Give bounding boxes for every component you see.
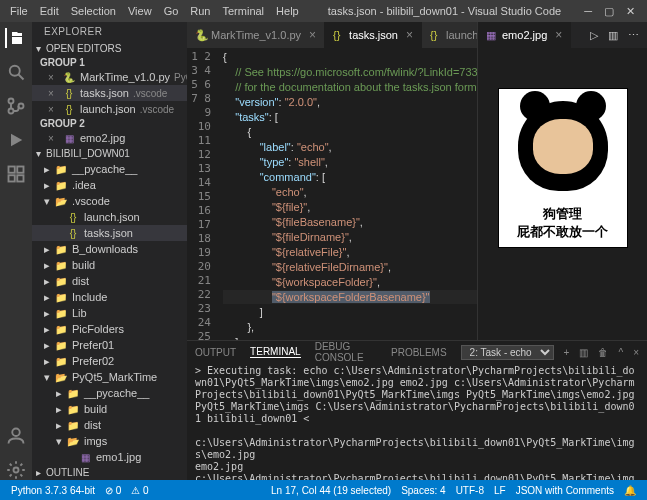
folder-item[interactable]: ▾📂.vscode <box>32 193 187 209</box>
status-bar: Python 3.7.3 64-bit⊘ 0⚠ 0 Ln 17, Col 44 … <box>0 480 647 500</box>
menu-view[interactable]: View <box>122 5 158 17</box>
editor-tab[interactable]: {}tasks.json× <box>325 22 422 48</box>
status-item[interactable]: Spaces: 4 <box>396 485 450 496</box>
title-bar: FileEditSelectionViewGoRunTerminalHelp t… <box>0 0 647 22</box>
folder-item[interactable]: ▸📁.idea <box>32 177 187 193</box>
meme-text-2: 屁都不敢放一个 <box>499 223 627 241</box>
folder-item[interactable]: ▸📁dist <box>32 417 187 433</box>
panel-tab-output[interactable]: OUTPUT <box>195 347 236 358</box>
code-editor[interactable]: 1 2 3 4 5 6 7 8 9 10 11 12 13 14 15 16 1… <box>187 48 477 340</box>
folder-item[interactable]: ▾📂imgs <box>32 433 187 449</box>
folder-item[interactable]: ▸📁Prefer01 <box>32 337 187 353</box>
status-item[interactable]: UTF-8 <box>451 485 489 496</box>
folder-item[interactable]: ▸📁dist <box>32 273 187 289</box>
close-panel-icon[interactable]: × <box>633 347 639 358</box>
folder-item[interactable]: ▸📁Lib <box>32 305 187 321</box>
editor-area: 🐍MarkTime_v1.0.py×{}tasks.json×{}launch.… <box>187 22 647 480</box>
svg-point-2 <box>9 109 14 114</box>
status-item[interactable]: JSON with Comments <box>511 485 619 496</box>
folder-item[interactable]: ▸📁PicFolders <box>32 321 187 337</box>
open-editor-item[interactable]: ×{}launch.json.vscode <box>32 101 187 117</box>
editor-tab[interactable]: ▦emo2.jpg× <box>478 22 571 48</box>
tab-close-icon[interactable]: × <box>555 28 562 42</box>
status-item[interactable]: Python 3.7.3 64-bit <box>6 485 100 496</box>
menu-terminal[interactable]: Terminal <box>217 5 271 17</box>
folder-icon: 📁 <box>54 258 68 272</box>
extensions-icon[interactable] <box>6 164 26 184</box>
close-editor-icon[interactable]: × <box>44 86 58 100</box>
editor-tab[interactable]: 🐍MarkTime_v1.0.py× <box>187 22 325 48</box>
status-item[interactable]: LF <box>489 485 511 496</box>
panel-tab-terminal[interactable]: TERMINAL <box>250 346 301 358</box>
menu-run[interactable]: Run <box>184 5 216 17</box>
editor-group-label: GROUP 2 <box>32 117 187 130</box>
tab-close-icon[interactable]: × <box>309 28 316 42</box>
menu-go[interactable]: Go <box>158 5 185 17</box>
menu-help[interactable]: Help <box>270 5 305 17</box>
split-editor-icon[interactable]: ▥ <box>608 29 618 42</box>
status-item[interactable]: ⊘ 0 <box>100 485 126 496</box>
maximize-panel-icon[interactable]: ^ <box>618 347 623 358</box>
folder-label: imgs <box>84 435 107 447</box>
outline-label: OUTLINE <box>46 467 89 478</box>
terminal-content[interactable]: > Executing task: echo c:\Users\Administ… <box>187 363 647 480</box>
panel-tab-problems[interactable]: PROBLEMS <box>391 347 447 358</box>
menu-edit[interactable]: Edit <box>34 5 65 17</box>
workspace-section[interactable]: ▾BILIBILI_DOWN01 <box>32 146 187 161</box>
explorer-icon[interactable] <box>5 28 25 48</box>
notifications-icon[interactable]: 🔔 <box>619 485 641 496</box>
folder-item[interactable]: ▸📁Include <box>32 289 187 305</box>
folder-item[interactable]: ▸📁build <box>32 257 187 273</box>
status-item[interactable]: Ln 17, Col 44 (19 selected) <box>266 485 396 496</box>
file-item[interactable]: ▦emo1.jpg <box>32 449 187 465</box>
file-label: tasks.json <box>84 227 133 239</box>
folder-item[interactable]: ▾📂PyQt5_MarkTime <box>32 369 187 385</box>
new-terminal-icon[interactable]: + <box>564 347 570 358</box>
panel-tab-debug-console[interactable]: DEBUG CONSOLE <box>315 341 377 363</box>
source-control-icon[interactable] <box>6 96 26 116</box>
menu-file[interactable]: File <box>4 5 34 17</box>
chevron-icon: ▸ <box>44 275 54 288</box>
open-editor-item[interactable]: ×🐍MarkTime_v1.0.pyPyQt5_MarkTime <box>32 69 187 85</box>
split-terminal-icon[interactable]: ▥ <box>579 347 588 358</box>
maximize-icon[interactable]: ▢ <box>604 5 614 18</box>
tab-close-icon[interactable]: × <box>406 28 413 42</box>
terminal-selector[interactable]: 2: Task - echo <box>461 345 554 360</box>
run-icon[interactable]: ▷ <box>590 29 598 42</box>
file-item[interactable]: {}launch.json <box>32 209 187 225</box>
folder-item[interactable]: ▸📁__pycache__ <box>32 385 187 401</box>
close-editor-icon[interactable]: × <box>44 70 58 84</box>
kill-terminal-icon[interactable]: 🗑 <box>598 347 608 358</box>
menu-selection[interactable]: Selection <box>65 5 122 17</box>
folder-item[interactable]: ▸📁Prefer02 <box>32 353 187 369</box>
file-item[interactable]: {}tasks.json <box>32 225 187 241</box>
folder-item[interactable]: ▸📁__pycache__ <box>32 161 187 177</box>
settings-icon[interactable] <box>6 460 26 480</box>
folder-icon: 📁 <box>54 162 68 176</box>
folder-icon: 📁 <box>54 274 68 288</box>
chevron-icon: ▸ <box>44 323 54 336</box>
open-editors-section[interactable]: ▾OPEN EDITORS <box>32 41 187 56</box>
status-item[interactable]: ⚠ 0 <box>126 485 153 496</box>
folder-icon: 📂 <box>54 370 68 384</box>
sidebar-title: EXPLORER <box>32 22 187 41</box>
folder-item[interactable]: ▸📁B_downloads <box>32 241 187 257</box>
outline-section[interactable]: ▸OUTLINE <box>32 465 187 480</box>
editor-group-label: GROUP 1 <box>32 56 187 69</box>
folder-label: PyQt5_MarkTime <box>72 371 157 383</box>
more-actions-icon[interactable]: ⋯ <box>628 29 639 42</box>
close-icon[interactable]: ✕ <box>626 5 635 18</box>
close-editor-icon[interactable]: × <box>44 131 58 145</box>
open-editor-item[interactable]: ×{}tasks.json.vscode <box>32 85 187 101</box>
folder-label: __pycache__ <box>84 387 149 399</box>
folder-icon: 📁 <box>66 418 80 432</box>
run-debug-icon[interactable] <box>6 130 26 150</box>
open-editor-item[interactable]: ×▦emo2.jpg <box>32 130 187 146</box>
close-editor-icon[interactable]: × <box>44 102 58 116</box>
folder-item[interactable]: ▸📁build <box>32 401 187 417</box>
minimize-icon[interactable]: ─ <box>584 5 592 18</box>
svg-rect-7 <box>17 175 23 181</box>
accounts-icon[interactable] <box>6 426 26 446</box>
code-content[interactable]: { // See https://go.microsoft.com/fwlink… <box>219 48 477 340</box>
search-icon[interactable] <box>6 62 26 82</box>
